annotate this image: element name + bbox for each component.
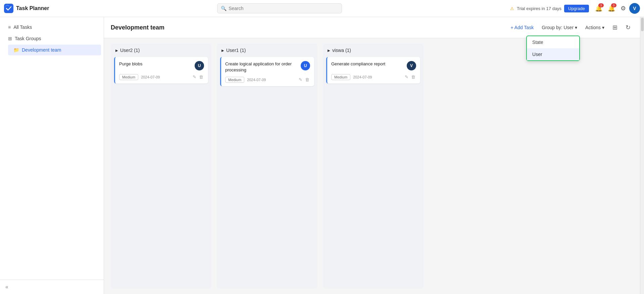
- warning-icon: ⚠: [510, 6, 514, 11]
- content-header: Development team + Add Task Group by: Us…: [104, 17, 640, 38]
- arrow-icon: ▶: [221, 49, 224, 52]
- settings-button[interactable]: ⚙: [618, 3, 628, 14]
- topbar-icons: 🔔 3 🔔 0 ⚙ V: [593, 3, 640, 14]
- task-meta: Medium 2024-07-09: [225, 77, 266, 83]
- delete-task-button[interactable]: 🗑: [304, 76, 310, 83]
- scrollbar-thumb: [641, 18, 644, 31]
- chevron-down-icon: ▾: [575, 25, 577, 30]
- notification-badge-1: 3: [598, 3, 604, 7]
- topbar: Task Planner 🔍 ⚠ Trial expires in 17 day…: [0, 0, 644, 17]
- edit-task-button[interactable]: ✎: [192, 74, 197, 80]
- task-card: Purge blobs U Medium 2024-07-09 ✎ 🗑: [114, 57, 208, 83]
- task-date: 2024-07-09: [353, 75, 372, 79]
- sidebar-label-task-groups: Task Groups: [15, 36, 41, 41]
- task-title: Create logical application for order pro…: [225, 61, 298, 73]
- column-viswa: ▶ viswa (1) Generate compliance report V…: [323, 44, 424, 289]
- column-user2: ▶ User2 (1) Purge blobs U Medium 2024-07…: [111, 44, 211, 289]
- group-by-button[interactable]: Group by: User ▾: [539, 23, 580, 32]
- column-body-viswa: Generate compliance report V Medium 2024…: [323, 57, 424, 289]
- notification-badge-2: 0: [611, 3, 616, 7]
- column-title: viswa (1): [332, 48, 351, 53]
- search-input[interactable]: [229, 6, 338, 11]
- user-avatar-button[interactable]: V: [629, 3, 640, 14]
- priority-badge: Medium: [225, 77, 244, 83]
- group-by-option-user[interactable]: User: [527, 48, 579, 60]
- sidebar: ≡ All Tasks ⊞ Task Groups 📁 Development …: [0, 17, 104, 294]
- task-card-top: Purge blobs U: [119, 61, 204, 70]
- column-body-user2: Purge blobs U Medium 2024-07-09 ✎ 🗑: [111, 57, 211, 289]
- notifications-button[interactable]: 🔔 3: [593, 3, 604, 14]
- task-title: Generate compliance report: [331, 61, 404, 67]
- avatar: U: [195, 61, 204, 70]
- task-card-bottom: Medium 2024-07-09 ✎ 🗑: [225, 76, 310, 83]
- task-title: Purge blobs: [119, 61, 192, 67]
- main-layout: ≡ All Tasks ⊞ Task Groups 📁 Development …: [0, 17, 644, 294]
- edit-task-button[interactable]: ✎: [298, 76, 303, 83]
- task-date: 2024-07-09: [141, 75, 160, 79]
- chevron-down-icon-actions: ▾: [602, 25, 604, 30]
- sidebar-item-development-team[interactable]: 📁 Development team: [8, 45, 101, 55]
- sidebar-label-development-team: Development team: [22, 47, 61, 53]
- sidebar-label-all-tasks: All Tasks: [13, 24, 32, 30]
- page-title: Development team: [111, 24, 164, 31]
- refresh-button[interactable]: ↻: [623, 22, 633, 33]
- logo-icon: [4, 4, 13, 13]
- content-area: Development team + Add Task Group by: Us…: [104, 17, 640, 294]
- sidebar-item-all-tasks[interactable]: ≡ All Tasks: [3, 22, 101, 33]
- column-title: User1 (1): [226, 48, 246, 53]
- group-by-label: Group by: User: [542, 25, 574, 30]
- actions-label: Actions: [585, 25, 601, 30]
- app-logo: Task Planner: [4, 4, 49, 13]
- priority-badge: Medium: [331, 74, 350, 80]
- header-actions: + Add Task Group by: User ▾ State User A…: [508, 22, 634, 33]
- avatar: U: [301, 61, 310, 70]
- trial-text: Trial expires in 17 days: [517, 6, 561, 11]
- arrow-icon: ▶: [328, 49, 330, 52]
- group-by-option-state[interactable]: State: [527, 36, 579, 48]
- task-card: Create logical application for order pro…: [220, 57, 314, 86]
- sidebar-item-task-groups[interactable]: ⊞ Task Groups: [3, 33, 101, 44]
- column-header-user2: ▶ User2 (1): [111, 44, 211, 57]
- delete-task-button[interactable]: 🗑: [198, 74, 204, 80]
- task-card: Generate compliance report V Medium 2024…: [326, 57, 420, 83]
- search-icon: 🔍: [221, 6, 227, 11]
- arrow-icon: ▶: [115, 49, 118, 52]
- trial-banner: ⚠ Trial expires in 17 days Upgrade: [510, 5, 589, 12]
- task-meta: Medium 2024-07-09: [331, 74, 372, 80]
- board-area: ▶ User2 (1) Purge blobs U Medium 2024-07…: [104, 38, 640, 294]
- group-by-dropdown: State User: [526, 36, 580, 61]
- group-by-container: Group by: User ▾ State User: [539, 23, 580, 32]
- upgrade-button[interactable]: Upgrade: [564, 5, 589, 12]
- add-task-button[interactable]: + Add Task: [508, 23, 537, 32]
- app-title: Task Planner: [16, 5, 49, 11]
- vertical-scrollbar[interactable]: [640, 17, 644, 294]
- folder-icon: 📁: [13, 47, 19, 53]
- edit-task-button[interactable]: ✎: [404, 74, 409, 80]
- avatar: V: [407, 61, 416, 70]
- task-date: 2024-07-09: [247, 78, 266, 82]
- task-actions: ✎ 🗑: [298, 76, 310, 83]
- column-user1: ▶ User1 (1) Create logical application f…: [217, 44, 317, 289]
- grid-view-button[interactable]: ⊞: [610, 22, 620, 33]
- task-card-bottom: Medium 2024-07-09 ✎ 🗑: [119, 74, 204, 80]
- actions-button[interactable]: Actions ▾: [583, 23, 607, 32]
- column-title: User2 (1): [120, 48, 140, 53]
- sidebar-nav: ≡ All Tasks ⊞ Task Groups 📁 Development …: [0, 17, 104, 280]
- task-card-top: Generate compliance report V: [331, 61, 416, 70]
- task-card-bottom: Medium 2024-07-09 ✎ 🗑: [331, 74, 416, 80]
- task-actions: ✎ 🗑: [404, 74, 416, 80]
- kanban-board: ▶ User2 (1) Purge blobs U Medium 2024-07…: [111, 44, 424, 289]
- priority-badge: Medium: [119, 74, 138, 80]
- sidebar-collapse-button[interactable]: «: [5, 284, 8, 290]
- task-meta: Medium 2024-07-09: [119, 74, 160, 80]
- groups-icon: ⊞: [8, 36, 12, 41]
- task-card-top: Create logical application for order pro…: [225, 61, 310, 73]
- svg-rect-0: [4, 4, 13, 13]
- alerts-button[interactable]: 🔔 0: [606, 3, 617, 14]
- search-box[interactable]: 🔍: [217, 3, 342, 13]
- task-actions: ✎ 🗑: [192, 74, 204, 80]
- column-header-viswa: ▶ viswa (1): [323, 44, 424, 57]
- column-body-user1: Create logical application for order pro…: [217, 57, 317, 289]
- sidebar-footer: «: [0, 280, 104, 294]
- delete-task-button[interactable]: 🗑: [410, 74, 416, 80]
